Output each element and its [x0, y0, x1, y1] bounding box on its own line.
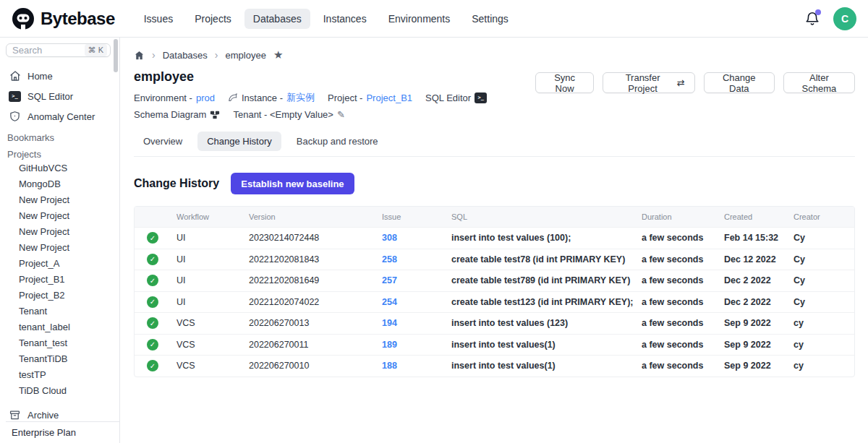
success-check-icon: ✓ — [147, 360, 158, 371]
table-row[interactable]: ✓UI20221202081843258create table test78 … — [135, 249, 854, 270]
bookmarks-section-label: Bookmarks — [6, 132, 119, 143]
version-cell: 20221202074022 — [249, 297, 382, 307]
bytebase-logo[interactable]: Bytebase — [12, 7, 115, 30]
tab-overview[interactable]: Overview — [134, 132, 192, 151]
breadcrumb-item-databases[interactable]: Databases — [163, 50, 208, 61]
tab-backup-and-restore[interactable]: Backup and restore — [287, 132, 388, 151]
created-cell: Sep 9 2022 — [724, 361, 793, 371]
column-header-issue: Issue — [382, 212, 451, 221]
edit-pencil-icon[interactable]: ✎ — [337, 109, 345, 120]
sidebar-project-item[interactable]: New Project — [6, 239, 119, 255]
meta-instance: Instance - 新实例 — [228, 91, 315, 104]
top-navigation-bar: Bytebase IssuesProjectsDatabasesInstance… — [0, 0, 868, 38]
sidebar-project-item[interactable]: Project_B2 — [6, 287, 119, 303]
topnav-item-settings[interactable]: Settings — [463, 9, 517, 29]
workflow-cell: UI — [176, 297, 249, 307]
schema-diagram-icon — [210, 110, 220, 120]
sidebar-item-label: Anomaly Center — [27, 111, 95, 122]
sidebar-item-anomaly-center[interactable]: Anomaly Center — [6, 106, 119, 126]
sql-cell: create table test123 (id int PRIMARY KEY… — [451, 297, 642, 307]
sidebar-project-item[interactable]: New Project — [6, 207, 119, 223]
meta-tenant: Tenant - <Empty Value> ✎ — [233, 109, 344, 120]
topnav-item-databases[interactable]: Databases — [244, 9, 310, 29]
sidebar-item-archive[interactable]: Archive — [6, 408, 119, 421]
sidebar-project-item[interactable]: MongoDB — [6, 176, 119, 192]
success-check-icon: ✓ — [147, 339, 158, 350]
database-meta: Environment - prod Instance - 新实例 Projec… — [134, 91, 535, 120]
sidebar-item-label: Archive — [27, 410, 59, 421]
bytebase-logo-icon — [12, 7, 35, 30]
establish-baseline-button[interactable]: Establish new baseline — [231, 173, 354, 194]
topnav-item-instances[interactable]: Instances — [315, 9, 375, 29]
section-title: Change History — [134, 177, 219, 190]
column-header-workflow: Workflow — [176, 212, 249, 221]
sidebar-project-item[interactable]: TiDB Cloud — [6, 382, 119, 398]
sidebar-project-item[interactable]: New Project — [6, 223, 119, 239]
issue-link[interactable]: 258 — [382, 254, 451, 264]
issue-link[interactable]: 194 — [382, 318, 451, 328]
sidebar-project-item[interactable]: Tenant_test — [6, 335, 119, 350]
projects-list: GitHubVCSMongoDBNew ProjectNew ProjectNe… — [6, 160, 119, 398]
project-link[interactable]: Project_B1 — [366, 93, 412, 103]
user-avatar[interactable]: C — [833, 7, 856, 30]
sql-editor-link[interactable]: SQL Editor >_ — [425, 91, 487, 104]
table-row[interactable]: ✓VCS202206270013194insert into test valu… — [135, 312, 854, 334]
instance-link[interactable]: 新实例 — [286, 91, 315, 104]
table-row[interactable]: ✓UI20230214072448308insert into test val… — [135, 227, 854, 249]
table-row[interactable]: ✓VCS202206270011189insert into test valu… — [135, 334, 854, 356]
sidebar-scrollbar[interactable] — [114, 39, 118, 414]
transfer-project-button[interactable]: Transfer Project⇄ — [603, 72, 694, 93]
column-header-version: Version — [249, 212, 382, 221]
sidebar-project-item[interactable]: Project_A — [6, 255, 119, 271]
home-icon — [9, 70, 21, 82]
issue-link[interactable]: 188 — [382, 361, 451, 371]
sql-cell: insert into test values (123) — [451, 318, 642, 328]
sidebar-project-item[interactable]: GitHubVCS — [6, 160, 119, 176]
change-data-button[interactable]: Change Data — [704, 72, 775, 93]
duration-cell: a few seconds — [642, 275, 724, 285]
topnav-item-environments[interactable]: Environments — [380, 9, 459, 29]
created-cell: Sep 9 2022 — [724, 340, 793, 350]
table-row[interactable]: ✓UI20221202074022254create table test123… — [135, 291, 854, 313]
column-header-created: Created — [724, 212, 793, 221]
search-box[interactable]: ⌘ K — [6, 43, 111, 57]
duration-cell: a few seconds — [642, 318, 724, 328]
breadcrumb: › Databases › employee ★ — [134, 46, 855, 64]
table-header-row: WorkflowVersionIssueSQLDurationCreatedCr… — [135, 207, 854, 227]
topnav-item-projects[interactable]: Projects — [186, 9, 240, 29]
alter-schema-button[interactable]: Alter Schema — [783, 72, 855, 93]
issue-link[interactable]: 257 — [382, 275, 451, 285]
issue-link[interactable]: 189 — [382, 340, 451, 350]
schema-diagram-link[interactable]: Schema Diagram — [134, 109, 220, 120]
transfer-arrows-icon: ⇄ — [677, 77, 685, 88]
sync-now-button[interactable]: Sync Now — [535, 72, 594, 93]
breadcrumb-item-employee[interactable]: employee — [226, 50, 266, 61]
issue-link[interactable]: 254 — [382, 297, 451, 307]
sidebar-project-item[interactable]: tenant_label — [6, 319, 119, 335]
sidebar-project-item[interactable]: Project_B1 — [6, 271, 119, 287]
topnav-item-issues[interactable]: Issues — [135, 9, 182, 29]
sidebar-project-item[interactable]: Tenant — [6, 303, 119, 319]
table-row[interactable]: ✓VCS202206270010188insert into test valu… — [135, 355, 854, 377]
schema-diagram-label: Schema Diagram — [134, 109, 206, 120]
home-breadcrumb-icon[interactable] — [134, 50, 145, 61]
tab-change-history[interactable]: Change History — [197, 132, 281, 151]
status-cell: ✓ — [135, 360, 176, 371]
version-cell: 20221202081843 — [249, 254, 382, 264]
table-row[interactable]: ✓UI20221202081649257create table test789… — [135, 270, 854, 291]
issue-link[interactable]: 308 — [382, 233, 451, 243]
creator-cell: cy — [793, 340, 854, 350]
bookmark-star-icon[interactable]: ★ — [273, 48, 283, 61]
status-cell: ✓ — [135, 254, 176, 265]
workflow-cell: UI — [176, 233, 249, 243]
sidebar-project-item[interactable]: TenantTiDB — [6, 350, 119, 366]
sidebar-project-item[interactable]: New Project — [6, 192, 119, 207]
sidebar-item-home[interactable]: Home — [6, 66, 119, 86]
environment-link[interactable]: prod — [196, 93, 215, 103]
search-input[interactable] — [12, 45, 85, 56]
notification-bell-icon[interactable] — [804, 11, 820, 27]
sidebar-item-sql-editor[interactable]: >_ SQL Editor — [6, 86, 119, 106]
sidebar-project-item[interactable]: testTP — [6, 366, 119, 382]
notification-dot — [815, 9, 821, 15]
scrollbar-thumb[interactable] — [114, 39, 118, 72]
